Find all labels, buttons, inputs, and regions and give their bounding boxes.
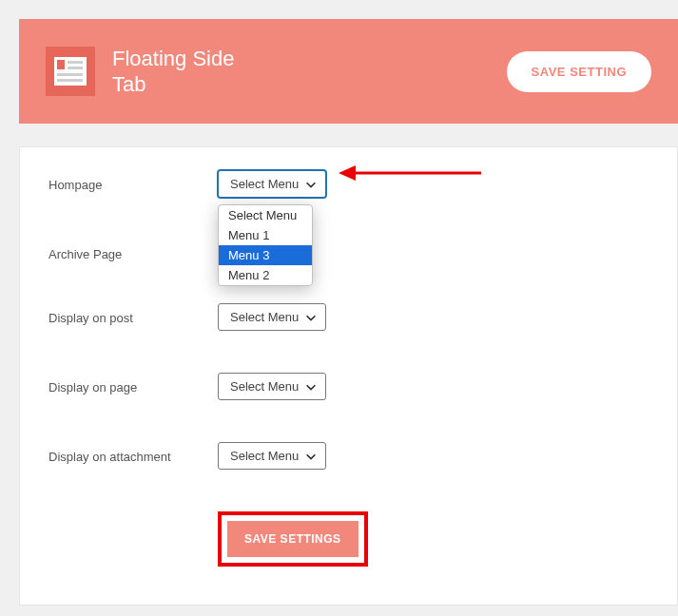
label-page: Display on page — [48, 373, 218, 395]
svg-rect-4 — [57, 73, 83, 76]
select-value: Select Menu — [230, 449, 299, 463]
label-post: Display on post — [48, 303, 218, 325]
chevron-down-icon — [304, 178, 318, 191]
svg-rect-1 — [57, 60, 65, 69]
app-icon — [46, 47, 95, 96]
dropdown-option-highlighted[interactable]: Menu 3 — [219, 245, 312, 265]
save-settings-button[interactable]: SAVE SETTINGS — [227, 521, 358, 557]
footer-row: SAVE SETTINGS — [48, 511, 649, 567]
content-panel: Hompage Select Menu Select Menu Menu 1 M… — [19, 146, 678, 606]
select-attachment[interactable]: Select Menu — [218, 442, 326, 470]
select-value: Select Menu — [230, 379, 299, 394]
form-row-page: Display on page Select Menu — [48, 373, 649, 400]
svg-rect-2 — [68, 61, 83, 64]
dropdown-homepage: Select Menu Menu 1 Menu 3 Menu 2 — [218, 204, 313, 286]
control-homepage: Select Menu Select Menu Menu 1 Menu 3 Me… — [218, 170, 326, 198]
page-title: Floating Side Tab — [112, 46, 234, 98]
dropdown-option[interactable]: Menu 2 — [219, 265, 312, 285]
dropdown-option[interactable]: Menu 1 — [219, 225, 312, 245]
form-row-attachment: Display on attachment Select Menu — [48, 442, 649, 470]
label-attachment: Display on attachment — [48, 442, 218, 464]
title-line-2: Tab — [112, 71, 234, 98]
form-row-post: Display on post Select Menu — [48, 303, 649, 331]
select-page[interactable]: Select Menu — [218, 373, 326, 400]
chevron-down-icon — [304, 380, 318, 394]
control-page: Select Menu — [218, 373, 326, 400]
dropdown-option[interactable]: Select Menu — [219, 205, 312, 225]
select-value: Select Menu — [230, 310, 299, 324]
select-post[interactable]: Select Menu — [218, 303, 326, 331]
svg-rect-3 — [68, 67, 83, 69]
form-row-homepage: Hompage Select Menu Select Menu Menu 1 M… — [48, 170, 649, 198]
svg-rect-5 — [57, 79, 83, 82]
header-left: Floating Side Tab — [46, 46, 234, 98]
label-archive: Archive Page — [48, 240, 218, 261]
select-homepage[interactable]: Select Menu — [218, 170, 326, 198]
title-line-1: Floating Side — [112, 46, 234, 72]
save-setting-button[interactable]: SAVE SETTING — [507, 51, 651, 92]
label-homepage: Hompage — [48, 170, 218, 192]
chevron-down-icon — [304, 311, 318, 324]
select-value: Select Menu — [230, 177, 299, 191]
chevron-down-icon — [304, 450, 318, 463]
control-attachment: Select Menu — [218, 442, 326, 470]
control-post: Select Menu — [218, 303, 326, 331]
highlight-annotation: SAVE SETTINGS — [218, 511, 368, 567]
form-row-archive: Archive Page — [48, 240, 649, 261]
header-banner: Floating Side Tab SAVE SETTING — [19, 19, 678, 124]
footer-spacer — [48, 511, 218, 567]
